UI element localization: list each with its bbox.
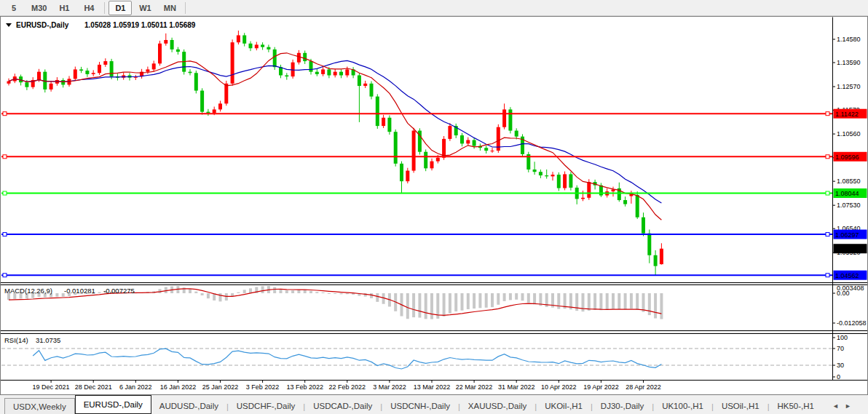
candle-body — [345, 69, 349, 75]
chart-background-layer — [1, 17, 868, 395]
tab-usdx-weekly[interactable]: USDX,Weekly — [4, 398, 75, 414]
timeframe-button-h4[interactable]: H4 — [77, 1, 100, 15]
x-axis-label: 16 Jan 2022 — [160, 383, 197, 391]
macd-histogram-bar — [225, 293, 228, 300]
candle-body — [98, 65, 101, 73]
timeframe-button-mn[interactable]: MN — [158, 1, 181, 15]
macd-histogram-bar — [297, 290, 300, 293]
macd-histogram-bar — [412, 293, 415, 317]
tab-dj30-daily[interactable]: DJ30-,Daily — [593, 399, 652, 413]
candle-body — [194, 73, 198, 90]
candle-body — [460, 135, 464, 143]
candle-body — [612, 189, 615, 191]
line-anchor-handle[interactable] — [3, 155, 7, 159]
candle-body — [647, 234, 651, 255]
tab-hk50-h1[interactable]: HK50-,H1 — [770, 399, 823, 413]
rsi-axis-label: 100 — [837, 334, 848, 341]
candle-body — [213, 109, 216, 113]
x-axis-label: 22 Feb 2022 — [329, 383, 366, 391]
candle-body — [394, 132, 398, 164]
candle-body — [61, 80, 65, 84]
candle-body — [255, 44, 259, 48]
macd-label: MACD(12,26,9) — [4, 287, 52, 295]
macd-axis-label: -0.012058 — [837, 319, 867, 327]
candle-body — [545, 175, 548, 176]
price-level-tag-label: 1.09596 — [835, 154, 859, 161]
candle-body — [285, 76, 288, 77]
candle-body — [273, 49, 277, 67]
candle-body — [110, 61, 114, 76]
candle-body — [473, 140, 476, 146]
timeframe-button-w1[interactable]: W1 — [133, 1, 157, 15]
price-axis-label: 1.10560 — [837, 130, 861, 138]
line-anchor-handle[interactable] — [3, 233, 7, 236]
price-level-tag-label: 1.06297 — [835, 231, 859, 239]
line-anchor-handle[interactable] — [826, 233, 829, 236]
line-anchor-handle[interactable] — [3, 112, 7, 116]
macd-histogram-bar — [618, 293, 620, 309]
line-anchor-handle[interactable] — [826, 112, 829, 116]
price-level-tag-label: 1.11422 — [835, 111, 859, 118]
candle-body — [103, 61, 107, 65]
x-axis-label: 28 Dec 2021 — [75, 383, 112, 391]
tab-audusd-daily[interactable]: AUDUSD-,Daily — [151, 399, 226, 413]
candle-body — [376, 97, 379, 126]
tab-usoil-h1[interactable]: USOil-,H1 — [714, 399, 768, 413]
timeframe-button-h1[interactable]: H1 — [52, 1, 76, 15]
macd-histogram-bar — [599, 293, 602, 310]
tab-usdcnh-daily[interactable]: USDCNH-,Daily — [382, 399, 458, 413]
candle-body — [152, 63, 156, 69]
candle-body — [74, 69, 77, 79]
rsi-axis-label: 70 — [837, 345, 844, 352]
candle-body — [515, 131, 518, 137]
line-anchor-handle[interactable] — [3, 191, 7, 195]
rsi-value: 31.0735 — [36, 336, 60, 344]
tab-eurusd-daily[interactable]: EURUSD-,Daily — [75, 395, 151, 414]
macd-histogram-bar — [207, 293, 210, 298]
line-anchor-handle[interactable] — [826, 274, 829, 277]
x-axis-label: 3 Feb 2022 — [246, 383, 280, 391]
tab-usdcad-daily[interactable]: USDCAD-,Daily — [305, 399, 380, 413]
timeframe-button-m30[interactable]: M30 — [27, 1, 51, 15]
macd-histogram-bar — [406, 293, 409, 319]
macd-histogram-bar — [606, 293, 609, 310]
tab-scroll-right-icon[interactable]: ► — [842, 402, 854, 410]
candle-body — [430, 162, 434, 169]
price-axis-label: 1.12570 — [837, 83, 861, 90]
line-anchor-handle[interactable] — [826, 191, 829, 195]
candle-body — [7, 81, 11, 84]
macd-histogram-bar — [497, 293, 500, 305]
macd-histogram-bar — [309, 291, 312, 293]
candle-body — [466, 140, 470, 144]
candle-body — [303, 53, 307, 61]
tab-uk100-h1[interactable]: UK100-,H1 — [654, 399, 711, 413]
candle-body — [660, 249, 663, 264]
tab-ukoil-h1[interactable]: UKOil-,H1 — [537, 399, 591, 413]
x-axis-label: 19 Apr 2022 — [583, 383, 619, 391]
line-anchor-handle[interactable] — [3, 274, 7, 277]
candle-body — [412, 131, 416, 171]
panel-splitter-bar[interactable] — [1, 283, 867, 284]
tab-scroll-left-icon[interactable]: ◄ — [829, 402, 842, 410]
panel-splitter-bar[interactable] — [1, 331, 867, 333]
tab-usdchf-daily[interactable]: USDCHF-,Daily — [229, 399, 304, 413]
tab-xauusd-daily[interactable]: XAUUSD-,Daily — [460, 399, 535, 413]
macd-histogram-bar — [478, 293, 481, 308]
timeframe-button-5[interactable]: 5 — [2, 1, 25, 15]
candle-body — [484, 148, 488, 151]
macd-histogram-bar — [533, 293, 536, 304]
candle-body — [146, 69, 149, 71]
candle-body — [587, 182, 591, 198]
candle-body — [563, 174, 567, 188]
macd-histogram-bar — [660, 293, 663, 319]
candle-body — [261, 44, 264, 47]
candle-body — [502, 109, 506, 127]
chart-window-frame — [1, 17, 868, 395]
candle-body — [569, 174, 572, 187]
macd-histogram-bar — [261, 286, 264, 293]
line-anchor-handle[interactable] — [826, 155, 829, 159]
x-axis-label: 19 Dec 2021 — [33, 383, 70, 391]
x-axis-label: 31 Mar 2022 — [498, 383, 535, 391]
timeframe-button-d1[interactable]: D1 — [108, 1, 132, 15]
macd-histogram-bar — [630, 293, 633, 308]
